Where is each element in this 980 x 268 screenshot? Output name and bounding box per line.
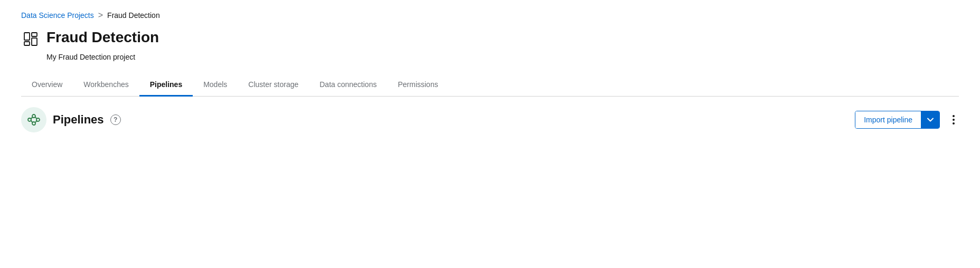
svg-line-10 (35, 117, 37, 119)
project-icon (21, 30, 40, 49)
svg-point-7 (36, 118, 40, 121)
tab-data-connections[interactable]: Data connections (309, 74, 387, 97)
breadcrumb-current: Fraud Detection (107, 11, 160, 20)
breadcrumb-separator: > (98, 11, 103, 20)
svg-rect-3 (32, 38, 37, 45)
import-pipeline-dropdown-button[interactable] (921, 111, 939, 128)
kebab-icon (953, 115, 955, 125)
import-pipeline-button[interactable]: Import pipeline (855, 111, 921, 128)
tab-cluster-storage[interactable]: Cluster storage (238, 74, 309, 97)
project-description: My Fraud Detection project (46, 53, 959, 61)
svg-line-11 (35, 121, 37, 122)
section-title: Pipelines (53, 113, 104, 127)
section-header: Pipelines ? Import pipeline (21, 97, 959, 132)
tab-models[interactable]: Models (193, 74, 238, 97)
svg-point-12 (953, 115, 955, 117)
tabs-container: Overview Workbenches Pipelines Models Cl… (21, 74, 959, 97)
tab-pipelines[interactable]: Pipelines (139, 74, 193, 97)
section-title-group: Pipelines ? (21, 107, 121, 132)
tab-workbenches[interactable]: Workbenches (73, 74, 139, 97)
toolbar-buttons: Import pipeline (855, 111, 959, 129)
svg-point-5 (32, 114, 35, 118)
kebab-menu-button[interactable] (948, 111, 959, 129)
svg-line-8 (31, 117, 33, 119)
breadcrumb: Data Science Projects > Fraud Detection (21, 11, 959, 20)
svg-rect-2 (32, 33, 37, 36)
breadcrumb-parent-link[interactable]: Data Science Projects (21, 11, 94, 20)
pipelines-section-icon (21, 107, 46, 132)
svg-rect-1 (24, 42, 30, 45)
svg-point-6 (32, 122, 35, 125)
chevron-down-icon (927, 116, 934, 123)
svg-rect-0 (24, 33, 30, 40)
tab-overview[interactable]: Overview (21, 74, 73, 97)
help-icon[interactable]: ? (110, 114, 121, 125)
page-container: Data Science Projects > Fraud Detection … (0, 0, 980, 132)
svg-point-14 (953, 122, 955, 125)
svg-point-4 (28, 118, 31, 121)
tab-permissions[interactable]: Permissions (387, 74, 448, 97)
svg-point-13 (953, 119, 955, 121)
import-pipeline-button-group: Import pipeline (855, 111, 940, 129)
svg-line-9 (31, 121, 33, 123)
project-title: Fraud Detection (46, 28, 159, 46)
project-header: Fraud Detection (21, 28, 959, 49)
